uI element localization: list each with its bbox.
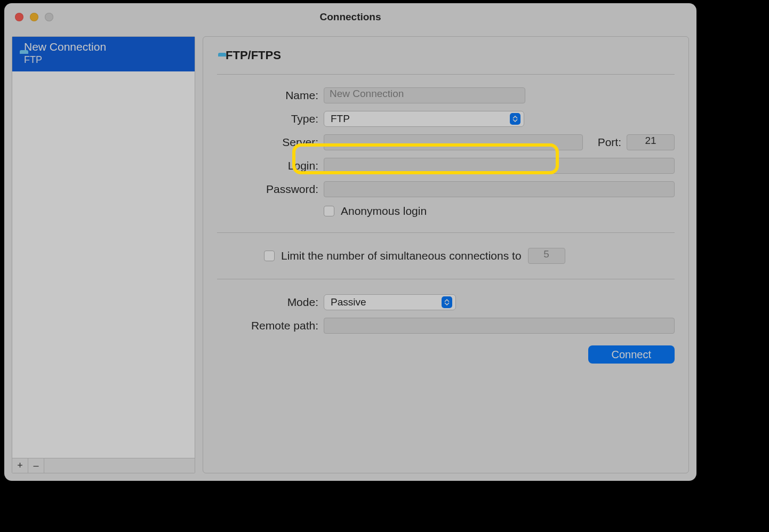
sidebar-footer: + –	[12, 458, 195, 473]
sidebar-item-name: New Connection	[24, 40, 106, 54]
chevron-up-down-icon	[510, 113, 520, 125]
type-label: Type:	[217, 112, 318, 125]
name-label: Name:	[217, 89, 318, 102]
connections-list: New Connection FTP	[12, 37, 195, 458]
mode-select-value: Passive	[331, 296, 366, 308]
server-label: Server:	[217, 136, 318, 149]
sidebar-item-new-connection[interactable]: New Connection FTP	[12, 37, 195, 71]
remove-connection-button[interactable]: –	[28, 458, 44, 473]
divider	[217, 232, 675, 233]
add-connection-button[interactable]: +	[12, 458, 28, 473]
login-input[interactable]	[324, 158, 675, 174]
sidebar-item-sub: FTP	[24, 54, 106, 66]
server-input[interactable]	[324, 134, 583, 150]
type-select[interactable]: FTP	[324, 111, 524, 127]
anonymous-login-label: Anonymous login	[341, 205, 427, 217]
password-label: Password:	[217, 183, 318, 196]
type-select-value: FTP	[331, 113, 350, 125]
limit-connections-input[interactable]: 5	[528, 248, 565, 264]
minus-icon: –	[33, 460, 38, 471]
password-input[interactable]	[324, 181, 675, 197]
connect-button[interactable]: Connect	[588, 345, 675, 364]
mode-select[interactable]: Passive	[324, 294, 456, 310]
titlebar: Connections	[4, 3, 696, 31]
limit-connections-checkbox[interactable]	[264, 251, 275, 261]
remote-path-label: Remote path:	[217, 319, 318, 332]
connection-details-panel: FTP/FTPS Name: New Connection Type: FTP	[203, 36, 689, 473]
port-label: Port:	[598, 136, 621, 149]
mode-label: Mode:	[217, 296, 318, 309]
port-input[interactable]: 21	[627, 134, 675, 150]
chevron-up-down-icon	[442, 296, 452, 308]
name-input[interactable]: New Connection	[324, 87, 525, 103]
plus-icon: +	[17, 460, 23, 471]
panel-title: FTP/FTPS	[226, 49, 281, 62]
login-label: Login:	[217, 159, 318, 172]
connections-window: Connections New Connection FTP +	[4, 3, 696, 481]
divider	[217, 74, 675, 75]
divider	[217, 279, 675, 279]
anonymous-login-checkbox[interactable]	[324, 206, 334, 216]
remote-path-input[interactable]	[324, 318, 675, 334]
window-title: Connections	[4, 11, 696, 23]
connections-sidebar: New Connection FTP + –	[12, 36, 195, 473]
limit-connections-label: Limit the number of simultaneous connect…	[281, 249, 522, 262]
connect-button-label: Connect	[612, 349, 652, 361]
